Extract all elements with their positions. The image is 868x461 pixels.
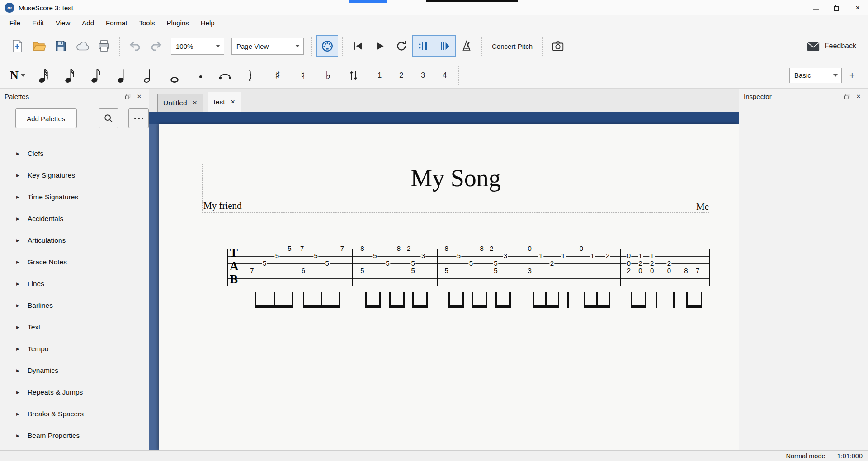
fret-number[interactable]: 5 bbox=[274, 253, 279, 260]
fret-number[interactable]: 5 bbox=[410, 260, 415, 267]
image-capture-button[interactable] bbox=[547, 35, 569, 57]
menu-view[interactable]: View bbox=[50, 17, 76, 29]
menu-tools[interactable]: Tools bbox=[133, 17, 161, 29]
palette-item-beam-properties[interactable]: ▶Beam Properties bbox=[0, 425, 149, 447]
menu-edit[interactable]: Edit bbox=[26, 17, 50, 29]
score-composer[interactable]: Me bbox=[696, 201, 709, 212]
palette-item-articulations[interactable]: ▶Articulations bbox=[0, 230, 149, 251]
new-workspace-button[interactable]: + bbox=[845, 69, 859, 82]
minimize-button[interactable] bbox=[806, 0, 826, 15]
workspace-select[interactable]: Basic bbox=[789, 68, 842, 83]
fret-number[interactable]: 5 bbox=[410, 267, 415, 274]
palette-item-key-signatures[interactable]: ▶Key Signatures bbox=[0, 165, 149, 186]
new-score-button[interactable] bbox=[6, 35, 28, 57]
fret-number[interactable]: 2 bbox=[626, 267, 631, 274]
document-tab-test[interactable]: test✕ bbox=[208, 92, 241, 112]
palette-item-breaks-spacers[interactable]: ▶Breaks & Spacers bbox=[0, 403, 149, 425]
note-16th-button[interactable] bbox=[61, 65, 79, 86]
fret-number[interactable]: 5 bbox=[456, 253, 461, 260]
restore-button[interactable] bbox=[826, 0, 847, 15]
menu-plugins[interactable]: Plugins bbox=[161, 17, 195, 29]
fret-number[interactable]: 8 bbox=[479, 245, 484, 252]
palette-item-repeats-jumps[interactable]: ▶Repeats & Jumps bbox=[0, 381, 149, 403]
fret-number[interactable]: 2 bbox=[406, 245, 411, 252]
fret-number[interactable]: 5 bbox=[493, 267, 498, 274]
print-button[interactable] bbox=[93, 35, 115, 57]
fret-number[interactable]: 0 bbox=[650, 267, 655, 274]
fret-number[interactable]: 5 bbox=[373, 253, 377, 260]
fret-number[interactable]: 5 bbox=[385, 260, 390, 267]
palette-item-tempo[interactable]: ▶Tempo bbox=[0, 338, 149, 360]
voice-1-button[interactable]: 1 bbox=[371, 65, 389, 86]
inspector-undock-button[interactable] bbox=[841, 91, 853, 102]
fret-number[interactable]: 2 bbox=[650, 260, 655, 267]
fret-number[interactable]: 1 bbox=[650, 253, 655, 260]
score-canvas[interactable]: My Song My friend Me 7555765578555825538… bbox=[149, 112, 739, 450]
fret-number[interactable]: 5 bbox=[444, 267, 449, 274]
palette-item-grace-notes[interactable]: ▶Grace Notes bbox=[0, 251, 149, 273]
fret-number[interactable]: 0 bbox=[638, 267, 643, 274]
note-half-button[interactable] bbox=[139, 65, 157, 86]
fret-number[interactable]: 5 bbox=[262, 260, 267, 267]
fret-number[interactable]: 0 bbox=[527, 245, 532, 252]
note-input-mode-button[interactable]: N bbox=[7, 65, 28, 86]
title-text-frame[interactable]: My Song My friend Me bbox=[202, 164, 709, 213]
fret-number[interactable]: 3 bbox=[527, 267, 532, 274]
zoom-select[interactable]: 100% bbox=[171, 38, 224, 55]
undo-button[interactable] bbox=[124, 35, 146, 57]
palette-item-barlines[interactable]: ▶Barlines bbox=[0, 295, 149, 316]
palettes-undock-button[interactable] bbox=[122, 91, 133, 102]
open-button[interactable] bbox=[28, 35, 50, 57]
fret-number[interactable]: 1 bbox=[638, 253, 643, 260]
voice-4-button[interactable]: 4 bbox=[436, 65, 454, 86]
view-mode-select[interactable]: Page View bbox=[231, 38, 304, 55]
note-whole-button[interactable] bbox=[165, 65, 184, 86]
flat-button[interactable]: ♭ bbox=[319, 65, 337, 86]
document-tab-untitled[interactable]: Untitled✕ bbox=[157, 94, 203, 112]
fret-number[interactable]: 8 bbox=[396, 245, 401, 252]
note-32nd-button[interactable] bbox=[34, 65, 52, 86]
fret-number[interactable]: 5 bbox=[325, 260, 330, 267]
score-page[interactable]: My Song My friend Me 7555765578555825538… bbox=[159, 124, 739, 450]
flip-direction-button[interactable] bbox=[344, 65, 363, 86]
palette-item-lines[interactable]: ▶Lines bbox=[0, 273, 149, 295]
close-button[interactable]: ✕ bbox=[847, 0, 868, 15]
zoom-dropdown-arrow[interactable] bbox=[212, 38, 224, 54]
palette-item-time-signatures[interactable]: ▶Time Signatures bbox=[0, 186, 149, 208]
fret-number[interactable]: 8 bbox=[684, 267, 689, 274]
menu-add[interactable]: Add bbox=[76, 17, 100, 29]
score-lyricist[interactable]: My friend bbox=[203, 200, 242, 212]
menu-file[interactable]: File bbox=[4, 17, 26, 29]
menu-help[interactable]: Help bbox=[195, 17, 221, 29]
rewind-button[interactable] bbox=[347, 35, 369, 57]
fret-number[interactable]: 5 bbox=[468, 260, 473, 267]
fret-number[interactable]: 5 bbox=[360, 267, 365, 274]
inspector-close-button[interactable]: ✕ bbox=[853, 91, 864, 102]
fret-number[interactable]: 0 bbox=[626, 260, 631, 267]
fret-number[interactable]: 2 bbox=[549, 260, 554, 267]
tab-close-icon[interactable]: ✕ bbox=[230, 99, 235, 105]
fret-number[interactable]: 7 bbox=[695, 267, 700, 274]
natural-button[interactable]: ♮ bbox=[294, 65, 312, 86]
fret-number[interactable]: 2 bbox=[605, 253, 610, 260]
pan-score-toggle[interactable] bbox=[434, 35, 456, 57]
fret-number[interactable]: 2 bbox=[489, 245, 494, 252]
rest-button[interactable] bbox=[241, 65, 259, 86]
tie-button[interactable] bbox=[216, 65, 234, 86]
fret-number[interactable]: 5 bbox=[493, 260, 498, 267]
fret-number[interactable]: 1 bbox=[590, 253, 595, 260]
workspace-dropdown-arrow[interactable] bbox=[830, 68, 841, 83]
tab-close-icon[interactable]: ✕ bbox=[193, 99, 198, 106]
palette-item-accidentals[interactable]: ▶Accidentals bbox=[0, 208, 149, 230]
palette-item-clefs[interactable]: ▶Clefs bbox=[0, 143, 149, 165]
menu-format[interactable]: Format bbox=[100, 17, 133, 29]
redo-button[interactable] bbox=[146, 35, 167, 57]
fret-number[interactable]: 0 bbox=[579, 245, 584, 252]
view-dropdown-arrow[interactable] bbox=[292, 38, 303, 54]
play-button[interactable] bbox=[369, 35, 391, 57]
metronome-button[interactable] bbox=[456, 35, 477, 57]
fret-number[interactable]: 8 bbox=[444, 245, 449, 252]
fret-number[interactable]: 7 bbox=[340, 245, 344, 252]
fret-number[interactable]: 7 bbox=[250, 267, 255, 274]
fret-number[interactable]: 3 bbox=[420, 253, 425, 260]
